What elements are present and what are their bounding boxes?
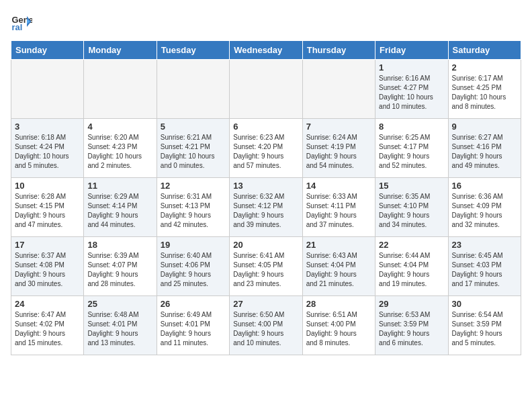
day-info: Sunrise: 6:53 AM Sunset: 3:59 PM Dayligh… (379, 310, 444, 348)
day-number: 27 (233, 299, 298, 309)
day-number: 30 (452, 299, 517, 309)
calendar-cell: 7Sunrise: 6:24 AM Sunset: 4:19 PM Daylig… (302, 119, 375, 178)
calendar-cell: 17Sunrise: 6:37 AM Sunset: 4:08 PM Dayli… (11, 237, 84, 296)
calendar-cell: 10Sunrise: 6:28 AM Sunset: 4:15 PM Dayli… (11, 178, 84, 237)
day-number: 19 (161, 240, 226, 250)
calendar-cell: 8Sunrise: 6:25 AM Sunset: 4:17 PM Daylig… (375, 119, 448, 178)
day-info: Sunrise: 6:16 AM Sunset: 4:27 PM Dayligh… (379, 74, 444, 111)
day-info: Sunrise: 6:28 AM Sunset: 4:15 PM Dayligh… (15, 192, 80, 230)
day-info: Sunrise: 6:21 AM Sunset: 4:21 PM Dayligh… (161, 133, 226, 171)
day-number: 5 (161, 122, 226, 132)
calendar-cell (11, 60, 84, 119)
week-row-5: 24Sunrise: 6:47 AM Sunset: 4:02 PM Dayli… (11, 296, 521, 355)
calendar-cell: 4Sunrise: 6:20 AM Sunset: 4:23 PM Daylig… (84, 119, 157, 178)
calendar-cell: 21Sunrise: 6:43 AM Sunset: 4:04 PM Dayli… (302, 237, 375, 296)
calendar-cell: 22Sunrise: 6:44 AM Sunset: 4:04 PM Dayli… (375, 237, 448, 296)
day-info: Sunrise: 6:20 AM Sunset: 4:23 PM Dayligh… (87, 133, 152, 171)
day-info: Sunrise: 6:41 AM Sunset: 4:05 PM Dayligh… (233, 251, 298, 289)
calendar-cell: 3Sunrise: 6:18 AM Sunset: 4:24 PM Daylig… (11, 119, 84, 178)
day-number: 6 (233, 122, 298, 132)
calendar-cell: 9Sunrise: 6:27 AM Sunset: 4:16 PM Daylig… (448, 119, 521, 178)
day-number: 3 (15, 122, 80, 132)
weekday-header-monday: Monday (84, 41, 157, 60)
calendar-cell: 29Sunrise: 6:53 AM Sunset: 3:59 PM Dayli… (375, 296, 448, 355)
day-number: 21 (306, 240, 371, 250)
day-info: Sunrise: 6:35 AM Sunset: 4:10 PM Dayligh… (379, 192, 444, 230)
calendar-cell: 11Sunrise: 6:29 AM Sunset: 4:14 PM Dayli… (84, 178, 157, 237)
day-info: Sunrise: 6:18 AM Sunset: 4:24 PM Dayligh… (15, 133, 80, 171)
day-number: 13 (233, 181, 298, 191)
calendar-cell: 14Sunrise: 6:33 AM Sunset: 4:11 PM Dayli… (302, 178, 375, 237)
day-info: Sunrise: 6:25 AM Sunset: 4:17 PM Dayligh… (379, 133, 444, 171)
calendar-table: SundayMondayTuesdayWednesdayThursdayFrid… (11, 40, 521, 355)
calendar-cell: 20Sunrise: 6:41 AM Sunset: 4:05 PM Dayli… (230, 237, 302, 296)
day-number: 22 (379, 240, 444, 250)
calendar-cell: 13Sunrise: 6:32 AM Sunset: 4:12 PM Dayli… (230, 178, 302, 237)
weekday-header-wednesday: Wednesday (230, 41, 302, 60)
day-number: 9 (452, 122, 517, 132)
day-number: 11 (87, 181, 152, 191)
weekday-header-thursday: Thursday (302, 41, 375, 60)
calendar-cell: 25Sunrise: 6:48 AM Sunset: 4:01 PM Dayli… (84, 296, 157, 355)
day-info: Sunrise: 6:33 AM Sunset: 4:11 PM Dayligh… (306, 192, 371, 230)
weekday-header-row: SundayMondayTuesdayWednesdayThursdayFrid… (11, 41, 521, 60)
day-number: 15 (379, 181, 444, 191)
week-row-1: 1Sunrise: 6:16 AM Sunset: 4:27 PM Daylig… (11, 60, 521, 119)
day-info: Sunrise: 6:47 AM Sunset: 4:02 PM Dayligh… (15, 310, 80, 348)
logo: Gene ral (11, 11, 35, 32)
day-info: Sunrise: 6:24 AM Sunset: 4:19 PM Dayligh… (306, 133, 371, 171)
day-number: 26 (161, 299, 226, 309)
week-row-4: 17Sunrise: 6:37 AM Sunset: 4:08 PM Dayli… (11, 237, 521, 296)
day-info: Sunrise: 6:44 AM Sunset: 4:04 PM Dayligh… (379, 251, 444, 289)
weekday-header-friday: Friday (375, 41, 448, 60)
calendar-cell: 19Sunrise: 6:40 AM Sunset: 4:06 PM Dayli… (157, 237, 229, 296)
day-info: Sunrise: 6:29 AM Sunset: 4:14 PM Dayligh… (87, 192, 152, 230)
calendar-cell (230, 60, 302, 119)
day-info: Sunrise: 6:40 AM Sunset: 4:06 PM Dayligh… (161, 251, 226, 289)
weekday-header-sunday: Sunday (11, 41, 84, 60)
day-number: 14 (306, 181, 371, 191)
day-number: 18 (87, 240, 152, 250)
day-number: 17 (15, 240, 80, 250)
calendar-cell: 24Sunrise: 6:47 AM Sunset: 4:02 PM Dayli… (11, 296, 84, 355)
day-info: Sunrise: 6:37 AM Sunset: 4:08 PM Dayligh… (15, 251, 80, 289)
week-row-2: 3Sunrise: 6:18 AM Sunset: 4:24 PM Daylig… (11, 119, 521, 178)
day-info: Sunrise: 6:31 AM Sunset: 4:13 PM Dayligh… (161, 192, 226, 230)
calendar-cell: 15Sunrise: 6:35 AM Sunset: 4:10 PM Dayli… (375, 178, 448, 237)
calendar-cell: 23Sunrise: 6:45 AM Sunset: 4:03 PM Dayli… (448, 237, 521, 296)
day-number: 24 (15, 299, 80, 309)
day-number: 23 (452, 240, 517, 250)
day-number: 2 (452, 62, 517, 73)
calendar-cell: 26Sunrise: 6:49 AM Sunset: 4:01 PM Dayli… (157, 296, 229, 355)
day-info: Sunrise: 6:36 AM Sunset: 4:09 PM Dayligh… (452, 192, 517, 230)
day-number: 10 (15, 181, 80, 191)
week-row-3: 10Sunrise: 6:28 AM Sunset: 4:15 PM Dayli… (11, 178, 521, 237)
logo-icon: Gene ral (11, 11, 32, 32)
day-info: Sunrise: 6:43 AM Sunset: 4:04 PM Dayligh… (306, 251, 371, 289)
day-number: 25 (87, 299, 152, 309)
day-info: Sunrise: 6:27 AM Sunset: 4:16 PM Dayligh… (452, 133, 517, 171)
day-number: 29 (379, 299, 444, 309)
calendar-cell (302, 60, 375, 119)
day-number: 16 (452, 181, 517, 191)
day-info: Sunrise: 6:45 AM Sunset: 4:03 PM Dayligh… (452, 251, 517, 289)
day-info: Sunrise: 6:48 AM Sunset: 4:01 PM Dayligh… (87, 310, 152, 348)
calendar-cell: 27Sunrise: 6:50 AM Sunset: 4:00 PM Dayli… (230, 296, 302, 355)
day-number: 12 (161, 181, 226, 191)
day-info: Sunrise: 6:50 AM Sunset: 4:00 PM Dayligh… (233, 310, 298, 348)
calendar-cell (157, 60, 229, 119)
day-number: 1 (379, 62, 444, 73)
day-info: Sunrise: 6:32 AM Sunset: 4:12 PM Dayligh… (233, 192, 298, 230)
calendar-cell: 28Sunrise: 6:51 AM Sunset: 4:00 PM Dayli… (302, 296, 375, 355)
day-info: Sunrise: 6:23 AM Sunset: 4:20 PM Dayligh… (233, 133, 298, 171)
day-info: Sunrise: 6:54 AM Sunset: 3:59 PM Dayligh… (452, 310, 517, 348)
svg-text:ral: ral (12, 22, 23, 32)
calendar-cell: 6Sunrise: 6:23 AM Sunset: 4:20 PM Daylig… (230, 119, 302, 178)
day-number: 4 (87, 122, 152, 132)
calendar-cell: 18Sunrise: 6:39 AM Sunset: 4:07 PM Dayli… (84, 237, 157, 296)
day-info: Sunrise: 6:51 AM Sunset: 4:00 PM Dayligh… (306, 310, 371, 348)
day-info: Sunrise: 6:39 AM Sunset: 4:07 PM Dayligh… (87, 251, 152, 289)
day-number: 20 (233, 240, 298, 250)
day-info: Sunrise: 6:49 AM Sunset: 4:01 PM Dayligh… (161, 310, 226, 348)
calendar-cell: 16Sunrise: 6:36 AM Sunset: 4:09 PM Dayli… (448, 178, 521, 237)
